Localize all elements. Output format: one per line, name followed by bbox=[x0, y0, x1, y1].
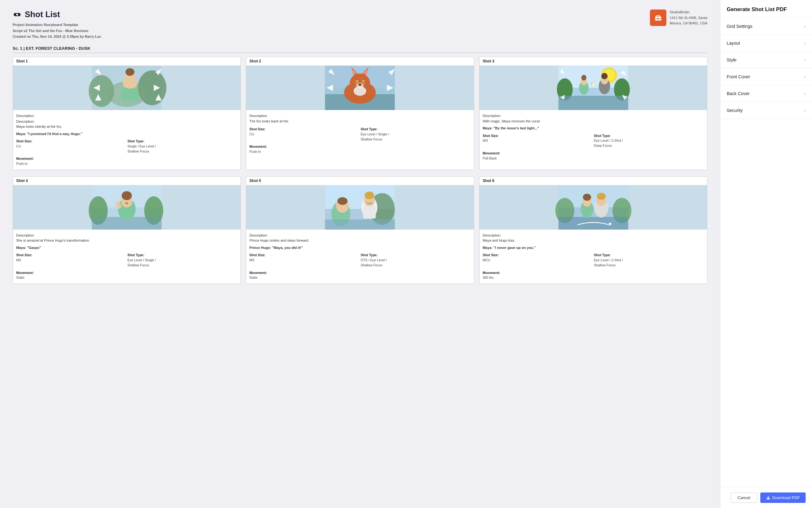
front-cover-chevron: › bbox=[804, 74, 806, 79]
shot6-image bbox=[480, 185, 707, 229]
svg-point-41 bbox=[358, 84, 362, 86]
panel-title: Generate Shot List PDF bbox=[727, 6, 806, 13]
svg-point-90 bbox=[337, 197, 348, 205]
svg-rect-57 bbox=[558, 96, 628, 110]
shot3-movement-value: Pull-Back bbox=[483, 156, 704, 161]
svg-point-79 bbox=[122, 191, 132, 200]
shot6-size: MCU bbox=[483, 258, 593, 263]
company-info: StudioBinder 1411 5th St #406, Santa Mon… bbox=[669, 9, 707, 26]
shot4-description: Description: She is amazed at Prince Hug… bbox=[16, 233, 237, 243]
panel-section-security[interactable]: Security › bbox=[720, 102, 812, 119]
svg-rect-7 bbox=[657, 18, 659, 19]
company-address2: Monica, CA 90401, USA bbox=[669, 20, 707, 26]
shot-card-4: Shot 4 bbox=[13, 176, 241, 284]
script-label: Script v2 bbox=[13, 29, 27, 33]
grid-settings-chevron: › bbox=[804, 24, 806, 29]
shot4-movement: Movement: Static bbox=[16, 270, 237, 281]
style-label: Style bbox=[727, 57, 736, 62]
shot5-size: MS bbox=[249, 258, 359, 263]
shot1-description: Description: Description: Maya looks int… bbox=[16, 113, 237, 129]
shot2-size-label: Shot Size: bbox=[249, 127, 359, 132]
right-panel: Generate Shot List PDF Grid Settings › L… bbox=[720, 0, 812, 508]
shot1-type: Single / Eye Level / Shallow Focus bbox=[127, 144, 238, 154]
panel-section-grid-settings[interactable]: Grid Settings › bbox=[720, 18, 812, 35]
shot6-type-label: Shot Type: bbox=[594, 253, 704, 258]
shot4-meta: Shot Size: MS Shot Type: Eye Level / Sin… bbox=[16, 253, 237, 268]
svg-point-105 bbox=[583, 194, 591, 201]
svg-rect-102 bbox=[558, 217, 628, 229]
svg-rect-96 bbox=[363, 206, 376, 218]
shot2-size: CU bbox=[249, 132, 359, 137]
shotlist-meta: Project Animation Storyboard Template Sc… bbox=[13, 22, 101, 40]
shot4-movement-value: Static bbox=[16, 275, 237, 280]
cancel-button[interactable]: Cancel bbox=[731, 493, 757, 503]
security-label: Security bbox=[727, 108, 743, 113]
download-button[interactable]: Download PDF bbox=[760, 493, 806, 503]
shot-grid-row1: Shot 1 bbox=[13, 57, 707, 170]
svg-point-93 bbox=[365, 192, 374, 199]
company-icon bbox=[650, 9, 666, 26]
shot1-size-label: Shot Size: bbox=[16, 139, 126, 144]
shot2-movement-value: Push-In bbox=[249, 150, 471, 155]
shot5-description: Description: Prince Hugo smiles and step… bbox=[249, 233, 471, 243]
layout-label: Layout bbox=[727, 41, 740, 46]
shot3-size: WS bbox=[483, 138, 593, 143]
shot5-movement-value: Static bbox=[249, 275, 471, 280]
shot-card-6: Shot 6 bbox=[479, 176, 707, 284]
svg-point-108 bbox=[597, 193, 606, 200]
shot4-type-label: Shot Type: bbox=[127, 253, 238, 258]
shot2-type-label: Shot Type: bbox=[361, 127, 471, 132]
shot3-type-label: Shot Type: bbox=[594, 133, 704, 138]
panel-footer: Cancel Download PDF bbox=[720, 487, 812, 508]
shot6-label: Shot 6 bbox=[480, 177, 707, 185]
panel-header: Generate Shot List PDF bbox=[720, 0, 812, 18]
shot3-meta: Shot Size: WS Shot Type: Eye Level / 2-S… bbox=[483, 133, 704, 149]
shot2-description: Description: The fox looks back at her. bbox=[249, 113, 471, 124]
svg-point-64 bbox=[593, 84, 594, 86]
svg-point-14 bbox=[126, 68, 134, 76]
shot4-body: Description: She is amazed at Prince Hug… bbox=[13, 229, 240, 284]
shot4-type: Eye Level / Single / Shallow Focus bbox=[127, 258, 238, 268]
shot2-label: Shot 2 bbox=[246, 57, 474, 66]
project-value: Animation Storyboard Template bbox=[26, 23, 78, 27]
panel-section-front-cover[interactable]: Front Cover › bbox=[720, 69, 812, 85]
shot4-image bbox=[13, 185, 240, 229]
svg-point-61 bbox=[591, 82, 593, 84]
created-label: Created on bbox=[13, 35, 31, 38]
shot1-type-label: Shot Type: bbox=[127, 139, 238, 144]
page-title: Shot List bbox=[25, 9, 60, 19]
sb-logo-icon bbox=[13, 10, 22, 19]
style-chevron: › bbox=[804, 57, 806, 62]
shot5-type: OTS / Eye Level / Shallow Focus bbox=[361, 258, 471, 268]
download-label: Download PDF bbox=[772, 495, 800, 500]
download-icon bbox=[766, 496, 770, 500]
shot1-dialogue: Maya: "I promised I'd find a way, Hugo." bbox=[16, 131, 237, 137]
shot6-body: Description: Maya and Hugo kiss. Maya: "… bbox=[480, 229, 707, 284]
shot5-dialogue: Prince Hugo: "Maya, you did it!" bbox=[249, 245, 471, 251]
panel-section-back-cover[interactable]: Back Cover › bbox=[720, 85, 812, 102]
shot2-image bbox=[246, 66, 474, 110]
shot5-label: Shot 5 bbox=[246, 177, 474, 185]
svg-point-62 bbox=[594, 79, 595, 81]
panel-section-layout[interactable]: Layout › bbox=[720, 35, 812, 52]
svg-rect-5 bbox=[657, 15, 660, 17]
shot2-movement-label: Movement: bbox=[249, 144, 471, 150]
svg-point-67 bbox=[601, 73, 607, 79]
shot6-movement-label: Movement: bbox=[483, 270, 704, 276]
main-area: Shot List Project Animation Storyboard T… bbox=[0, 0, 720, 508]
shot2-type: Eye Level / Single / Shallow Focus bbox=[361, 132, 471, 142]
shot1-movement: Movement: Push-in bbox=[16, 156, 237, 167]
shot5-body: Description: Prince Hugo smiles and step… bbox=[246, 229, 474, 284]
shot-card-5: Shot 5 bbox=[246, 176, 474, 284]
shot3-description: Description: With magic, Maya removes th… bbox=[483, 113, 704, 124]
script-value: The Girl and the Fox - Blue Revision bbox=[29, 29, 88, 33]
svg-rect-97 bbox=[325, 219, 395, 229]
shot-card-2: Shot 2 bbox=[246, 57, 474, 170]
svg-point-39 bbox=[363, 81, 364, 82]
shot6-description: Description: Maya and Hugo kiss. bbox=[483, 233, 704, 243]
shot6-meta: Shot Size: MCU Shot Type: Eye Level / 2-… bbox=[483, 253, 704, 268]
shot3-dialogue: Maya: "By the moon's last light..." bbox=[483, 126, 704, 131]
panel-section-style[interactable]: Style › bbox=[720, 52, 812, 69]
shot-card-3: Shot 3 bbox=[479, 57, 707, 170]
shot1-movement-label: Movement: bbox=[16, 156, 237, 161]
